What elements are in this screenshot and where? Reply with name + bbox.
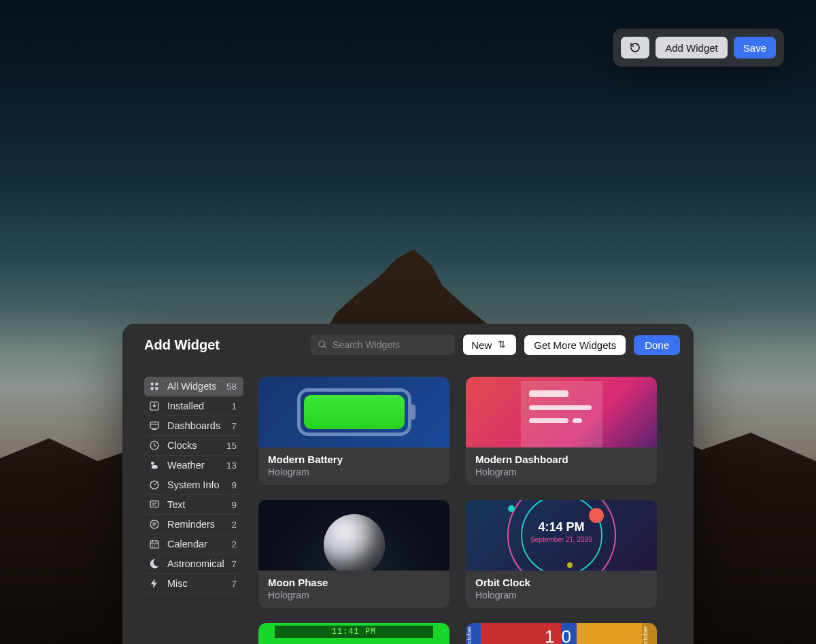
orbit-time: 4:14 PM: [466, 520, 657, 535]
battery-tip-icon: [411, 405, 415, 420]
search-icon: [318, 340, 328, 350]
widget-grid[interactable]: Modern Battery Hologram Modern Dashboard…: [256, 366, 690, 644]
sidebar-item-count: 2: [231, 520, 237, 530]
sidebar-item-label: Misc: [167, 578, 224, 589]
orbit-date: September 21, 2020: [466, 536, 657, 543]
widget-card-modern-dashboard[interactable]: Modern Dashboard Hologram: [466, 377, 657, 485]
sidebar-item-dashboards[interactable]: Dashboards 7: [144, 416, 243, 436]
sidebar-item-weather[interactable]: Weather 13: [144, 456, 243, 475]
preview-moon: [258, 500, 449, 571]
sidebar-item-system-info[interactable]: System Info 9: [144, 475, 243, 495]
done-button[interactable]: Done: [634, 335, 680, 355]
retroclock-time: 11:41 PM: [275, 626, 433, 638]
clock-icon: [148, 439, 160, 452]
svg-rect-7: [150, 501, 158, 507]
sidebar-item-count: 2: [231, 539, 237, 549]
sidebar-item-misc[interactable]: Misc 7: [144, 574, 243, 594]
sidebar-item-clocks[interactable]: Clocks 15: [144, 436, 243, 456]
sidebar-item-label: Weather: [167, 460, 220, 471]
card-name: Orbit Clock: [475, 577, 647, 588]
text-icon: [148, 498, 160, 511]
battery-body-icon: [297, 388, 411, 436]
widget-card-moon-phase[interactable]: Moon Phase Hologram: [258, 500, 449, 608]
sidebar-item-text[interactable]: Text 9: [144, 495, 243, 515]
sidebar-item-astronomical[interactable]: Astronomical 7: [144, 554, 243, 574]
preview-dashboard: [466, 377, 657, 447]
sidebar-item-count: 1: [231, 401, 237, 411]
card-caption: Modern Battery Hologram: [258, 447, 449, 485]
modal-body: All Widgets 58 Installed 1 Dashboards 7 …: [122, 366, 694, 644]
card-caption: Modern Dashboard Hologram: [466, 447, 657, 485]
sidebar-item-label: Astronomical: [167, 558, 224, 569]
card-subtitle: Hologram: [475, 467, 647, 477]
card-subtitle: Hologram: [268, 467, 440, 477]
desktop-edit-toolbar: Add Widget Save: [613, 29, 784, 67]
preview-orbit: 4:14 PM September 21, 2020: [466, 500, 657, 571]
grid-icon: [148, 380, 160, 392]
add-widget-button-label: Add Widget: [665, 42, 718, 54]
sidebar-item-count: 9: [231, 500, 237, 510]
dashboard-sheet-icon: [521, 381, 602, 447]
sidebar-item-installed[interactable]: Installed 1: [144, 396, 243, 416]
sidebar-item-count: 13: [226, 460, 237, 471]
sidebar-item-label: All Widgets: [167, 381, 220, 392]
dashboard-icon: [148, 420, 160, 432]
save-button[interactable]: Save: [734, 37, 776, 58]
sort-arrows-icon: ⇅: [496, 339, 508, 351]
sidebar-item-count: 58: [226, 382, 237, 392]
sidebar-item-calendar[interactable]: Calendar 2: [144, 535, 243, 554]
modal-header: Add Widget New ⇅ Get More Widgets Done: [122, 324, 694, 366]
sidebar-item-label: Calendar: [167, 539, 224, 549]
done-button-label: Done: [645, 339, 669, 351]
sidebar-item-label: Dashboards: [167, 420, 224, 431]
sidebar-item-label: Reminders: [167, 519, 224, 530]
category-sidebar: All Widgets 58 Installed 1 Dashboards 7 …: [122, 366, 256, 644]
sort-button-label: New: [471, 339, 492, 351]
sidebar-item-count: 7: [231, 421, 237, 431]
bolt-icon: [148, 577, 160, 590]
svg-point-5: [151, 462, 154, 465]
sidebar-item-label: Text: [167, 499, 224, 510]
widget-card-calendar-bar[interactable]: October 10 October: [466, 623, 657, 644]
sidebar-item-label: Installed: [167, 401, 224, 411]
sidebar-item-count: 9: [231, 480, 237, 490]
add-widget-modal: Add Widget New ⇅ Get More Widgets Done A…: [122, 324, 694, 644]
search-input[interactable]: [311, 335, 455, 355]
sidebar-item-all[interactable]: All Widgets 58: [144, 377, 243, 396]
svg-point-0: [151, 383, 154, 386]
widget-card-modern-battery[interactable]: Modern Battery Hologram: [258, 377, 449, 485]
widget-card-orbit-clock[interactable]: 4:14 PM September 21, 2020 Orbit Clock H…: [466, 500, 657, 608]
calbar-month-left: October: [466, 623, 481, 644]
preview-retroclock: 11:41 PM: [258, 623, 449, 644]
sidebar-item-label: Clocks: [167, 440, 220, 451]
sort-button[interactable]: New ⇅: [463, 335, 516, 355]
modal-title: Add Widget: [144, 337, 220, 353]
preview-battery: [258, 377, 449, 447]
card-subtitle: Hologram: [475, 590, 647, 600]
sidebar-item-count: 15: [226, 441, 237, 451]
preview-calbar: October 10 October: [466, 623, 657, 644]
sidebar-item-count: 7: [231, 559, 237, 569]
sidebar-item-count: 7: [231, 579, 237, 589]
sidebar-item-reminders[interactable]: Reminders 2: [144, 515, 243, 535]
card-subtitle: Hologram: [268, 590, 440, 600]
revert-button[interactable]: [621, 37, 649, 58]
svg-rect-3: [150, 422, 158, 428]
get-more-widgets-button[interactable]: Get More Widgets: [524, 335, 626, 355]
card-name: Modern Battery: [268, 454, 440, 465]
revert-icon: [629, 41, 641, 54]
gauge-icon: [148, 479, 160, 491]
card-name: Moon Phase: [268, 577, 440, 588]
save-button-label: Save: [743, 42, 766, 54]
card-name: Modern Dashboard: [475, 454, 647, 465]
moon-icon: [324, 514, 385, 571]
svg-point-1: [155, 383, 158, 386]
add-widget-button[interactable]: Add Widget: [656, 37, 728, 58]
moon-icon: [148, 558, 160, 570]
list-icon: [148, 518, 160, 530]
download-icon: [148, 400, 160, 412]
sidebar-item-label: System Info: [167, 479, 224, 490]
widget-card-retro-clock[interactable]: 11:41 PM: [258, 623, 449, 644]
battery-fill-icon: [304, 395, 405, 429]
weather-icon: [148, 459, 160, 471]
